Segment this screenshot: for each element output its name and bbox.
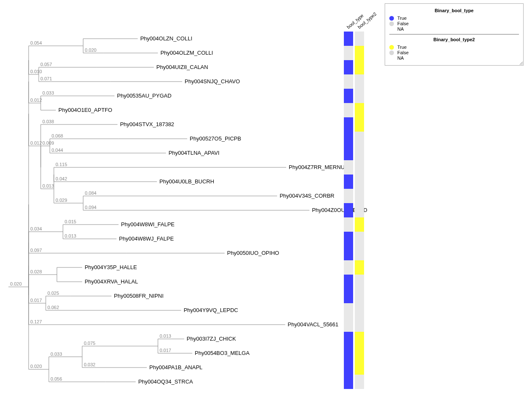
leaf-label: Phy0050IUO_OPIHO <box>227 250 279 256</box>
branch-length-label: 0.033 <box>51 352 62 357</box>
heatmap-cell-bool-type <box>344 275 353 289</box>
branch-length-label: 0.013 <box>43 183 54 188</box>
heatmap-cell-bool-type2 <box>355 346 364 360</box>
legend-false-label: False <box>397 21 409 26</box>
heatmap-cell-bool-type <box>344 89 353 103</box>
leaf-label: Phy004XRVA_HALAL <box>85 278 138 285</box>
heatmap-cell-bool-type2 <box>355 303 364 317</box>
branch-length-label: 0.062 <box>48 305 59 310</box>
heatmap-cell-bool-type2 <box>355 332 364 346</box>
heatmap-cell-bool-type <box>344 146 353 160</box>
legend-na-label-2: NA <box>397 56 404 61</box>
branch-length-label: 0.056 <box>51 376 62 381</box>
leaf-label: Phy004O1E0_APTFO <box>59 107 112 113</box>
heatmap-cell-bool-type2 <box>355 317 364 332</box>
leaf-label: Phy004Y35P_HALLE <box>85 264 137 270</box>
heatmap-cell-bool-type2 <box>355 117 364 132</box>
heatmap-cell-bool-type2 <box>355 160 364 175</box>
branch-length-label: 0.054 <box>30 40 42 45</box>
leaf-label: Phy004VACL_55661 <box>288 321 338 328</box>
heatmap-cell-bool-type <box>344 246 353 260</box>
leaf-label: Phy004OLZM_COLLI <box>160 50 213 56</box>
branch-length-label: 0.012 <box>30 98 42 103</box>
heatmap-cell-bool-type2 <box>355 89 364 103</box>
branch-length-label: 0.032 <box>84 362 96 367</box>
heatmap-cell-bool-type <box>344 332 353 346</box>
heatmap-cell-bool-type <box>344 160 353 175</box>
legend-section-1-title: Binary_bool_type <box>389 8 519 13</box>
heatmap-cell-bool-type2 <box>355 289 364 303</box>
heatmap-cell-bool-type <box>344 46 353 60</box>
heatmap-cell-bool-type <box>344 32 353 46</box>
heatmap-cell-bool-type2 <box>355 60 364 74</box>
heatmap-cell-bool-type2 <box>355 189 364 203</box>
branch-length-label: 0.009 <box>43 140 54 145</box>
branch-length-label: 0.013 <box>65 233 77 238</box>
legend-row-false1: False <box>389 21 519 26</box>
branch-length-label: 0.071 <box>40 76 52 81</box>
branch-length-label: 0.038 <box>43 119 54 124</box>
heatmap-cell-bool-type <box>344 189 353 203</box>
heatmap-cell-bool-type2 <box>355 175 364 189</box>
heatmap-cell-bool-type <box>344 375 353 389</box>
legend-row-na2: NA <box>389 56 519 61</box>
branch-length-label: 0.033 <box>43 90 54 95</box>
heatmap-cell-bool-type2 <box>355 203 364 217</box>
heatmap-cell-bool-type <box>344 103 353 117</box>
heatmap-cell-bool-type <box>344 289 353 303</box>
heatmap-cell-bool-type <box>344 360 353 375</box>
branch-length-label: 0.057 <box>40 62 52 67</box>
leaf-label: Phy004Y9VQ_LEPDC <box>184 307 238 313</box>
branch-length-label: 0.020 <box>10 281 22 286</box>
legend-swatch-true2 <box>389 45 394 50</box>
legend-swatch-false2 <box>389 50 394 55</box>
leaf-label: Phy0054BO3_MELGA <box>195 350 250 356</box>
branch-length-label: 0.094 <box>85 205 97 210</box>
heatmap-cell-bool-type <box>344 117 353 132</box>
leaf-label: Phy004V34S_CORBR <box>279 193 334 199</box>
branch-length-label: 0.042 <box>56 176 67 181</box>
branch-length-label: 0.012 <box>30 140 42 145</box>
legend-na-label: NA <box>397 26 404 32</box>
legend-swatch-true1 <box>389 16 394 21</box>
legend-swatch-false1 <box>389 21 394 26</box>
heatmap-cell-bool-type2 <box>355 232 364 246</box>
leaf-label: Phy004W8WI_FALPE <box>121 221 175 227</box>
branch-length-label: 0.017 <box>160 348 171 353</box>
heatmap-cell-bool-type2 <box>355 132 364 146</box>
heatmap-cell-bool-type2 <box>355 260 364 275</box>
heatmap-cell-bool-type <box>344 132 353 146</box>
branch-length-label: 0.075 <box>84 341 96 346</box>
heatmap-cell-bool-type <box>344 203 353 217</box>
leaf-label: Phy00508FR_NIPNI <box>114 293 164 299</box>
branch-length-label: 0.020 <box>30 364 42 369</box>
leaf-label: Phy004UIZ8_CALAN <box>157 64 208 70</box>
branch-length-label: 0.017 <box>30 298 42 303</box>
heatmap-cell-bool-type <box>344 303 353 317</box>
leaf-label: Phy004OLZN_COLLI <box>140 35 192 42</box>
branch-length-label: 0.020 <box>85 48 97 53</box>
branch-length-label: 0.044 <box>51 148 63 153</box>
heatmap-cell-bool-type2 <box>355 46 364 60</box>
heatmap-cell-bool-type2 <box>355 74 364 89</box>
branch-length-label: 0.013 <box>160 333 171 339</box>
leaf-label: Phy004OQ34_STRCA <box>138 378 193 385</box>
branch-length-label: 0.115 <box>56 162 67 167</box>
heatmap-cell-bool-type2 <box>355 360 364 375</box>
branch-length-label: 0.028 <box>30 269 42 274</box>
leaf-label: Phy004Z7RR_MERNU <box>289 164 345 170</box>
leaf-label: Phy004TLNA_APAVI <box>168 150 219 156</box>
legend-row-true2: True <box>389 45 519 50</box>
branch-length-label: 0.097 <box>30 248 42 253</box>
legend-true-label-2: True <box>397 45 407 50</box>
legend-swatch-na2 <box>389 56 394 61</box>
branch-length-label: 0.127 <box>30 319 42 324</box>
leaf-label: Phy004STVX_187382 <box>120 121 174 127</box>
branch-length-label: 0.034 <box>30 226 42 231</box>
legend-true-label: True <box>397 16 407 21</box>
legend-panel[interactable]: Binary_bool_type True False NA Binary_bo… <box>385 3 524 66</box>
branch-length-label: 0.015 <box>65 219 77 224</box>
heatmap-cell-bool-type <box>344 175 353 189</box>
leaf-label: Phy00527O5_PICPB <box>190 135 241 142</box>
leaf-label: Phy00535AU_PYGAD <box>117 93 171 99</box>
